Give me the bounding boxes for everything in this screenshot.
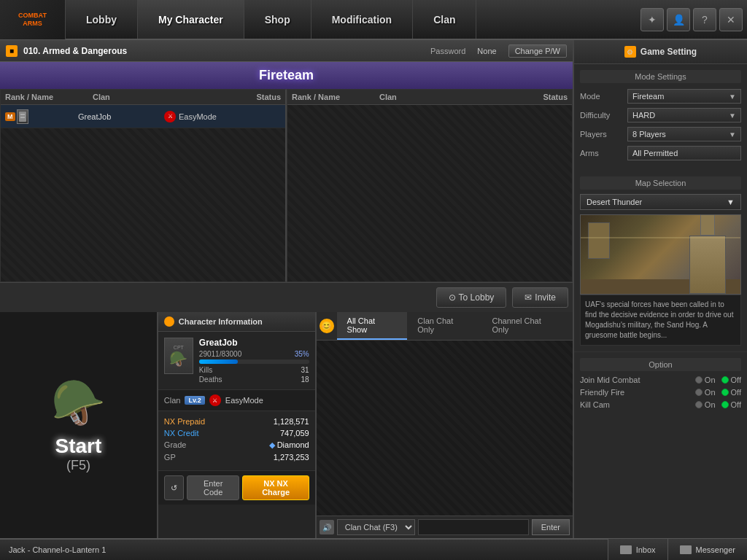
grade-label: Grade (164, 440, 187, 450)
char-stats: GreatJob 29011/83000 35% (199, 338, 309, 384)
char-rank: CPT (174, 345, 184, 350)
help-icon[interactable]: ? (693, 8, 716, 31)
xp-fill (199, 359, 238, 364)
join-mid-combat-row: Join Mid Combat On Off (580, 376, 741, 384)
team2-clan-col: Clan (379, 93, 524, 101)
join-mid-off-dot (721, 376, 729, 384)
messenger-button[interactable]: Messenger (667, 539, 747, 560)
teams-container: Rank / Name Clan Status M (0, 89, 573, 282)
friendly-fire-label: Friendly Fire (580, 388, 695, 397)
chat-enter-button[interactable]: Enter (532, 519, 570, 535)
deaths-label: Deaths (199, 376, 222, 384)
inbox-icon (620, 545, 632, 554)
kill-cam-row: Kill Cam On Off (580, 400, 741, 409)
chat-channel-select[interactable]: Clan Chat (F3) (337, 519, 415, 535)
top-navigation: COMBAT ARMS Lobby My Character Shop Modi… (0, 0, 747, 40)
refresh-button[interactable]: ↺ (164, 475, 184, 500)
speaker-icon[interactable]: 🔊 (320, 520, 334, 534)
option-section: Option Join Mid Combat On Off Friendly F… (574, 351, 747, 419)
grade-row: Grade ◆Diamond (164, 440, 309, 450)
rank-badge (17, 109, 28, 124)
grade-val: ◆Diamond (269, 440, 309, 450)
to-lobby-button[interactable]: ⊙ To Lobby (436, 287, 507, 308)
kill-cam-off[interactable]: Off (721, 400, 741, 409)
svg-rect-2 (20, 117, 25, 118)
tab-clan-chat[interactable]: Clan Chat Only (407, 312, 481, 340)
join-mid-on-dot (695, 376, 703, 384)
inbox-button[interactable]: Inbox (608, 539, 667, 560)
friendly-fire-on[interactable]: On (695, 388, 716, 397)
friendly-fire-radio: On Off (695, 388, 741, 397)
bottom-action-buttons: ↺ Enter Code NX NX Charge (158, 470, 315, 505)
gp-val: 1,273,253 (274, 453, 309, 462)
nav-modification[interactable]: Modification (311, 0, 413, 39)
chat-input[interactable] (418, 519, 529, 535)
char-avatar: CPT 🪖 (164, 338, 193, 374)
player-name: GreatJob (78, 112, 164, 121)
mode-select[interactable]: Fireteam ▼ (627, 89, 741, 104)
player-row: M GreatJob ⚔ (1, 105, 285, 128)
close-icon[interactable]: ✕ (719, 8, 743, 31)
difficulty-arrow-icon: ▼ (729, 112, 736, 120)
room-icon: ■ (6, 45, 18, 57)
nav-lobby[interactable]: Lobby (66, 0, 138, 39)
difficulty-select[interactable]: HARD ▼ (627, 108, 741, 122)
nav-clan[interactable]: Clan (413, 0, 476, 39)
nav-items: Lobby My Character Shop Modification Cla… (66, 0, 640, 39)
char-details: CPT 🪖 GreatJob 29011/83000 35% (158, 332, 315, 389)
nx-prepaid-label: NX Prepaid (164, 417, 205, 426)
tab-all-chat[interactable]: All Chat Show (337, 312, 408, 340)
nav-shop[interactable]: Shop (244, 0, 311, 39)
soldier-icon: 🪖 (51, 377, 106, 429)
char-info-title: Character Information (179, 317, 263, 326)
tab-channel-chat[interactable]: Channel Chat Only (482, 312, 570, 340)
option-label: Option (580, 358, 741, 371)
team1-body (1, 128, 285, 281)
settings-icon[interactable]: ✦ (640, 8, 664, 31)
players-select[interactable]: 8 Players ▼ (627, 127, 741, 141)
map-selection-section: Map Selection Desert Thunder ▼ UAF's spe… (574, 171, 747, 351)
rank-icon (18, 110, 28, 123)
kill-cam-on[interactable]: On (695, 400, 716, 409)
map-preview (580, 214, 741, 295)
nx-charge-button[interactable]: NX NX Charge (242, 475, 309, 500)
game-setting-title: Game Setting (640, 47, 697, 57)
join-mid-on[interactable]: On (695, 376, 716, 384)
room-header: ■ 010. Armed & Dangerous Password None C… (0, 40, 573, 62)
kills-val: 31 (301, 366, 309, 374)
arms-label: Arms (580, 149, 627, 158)
gp-label: GP (164, 453, 176, 462)
character-info-panel: Character Information CPT 🪖 GreatJob 290… (158, 312, 317, 538)
map-dropdown[interactable]: Desert Thunder ▼ (580, 194, 741, 210)
profile-icon[interactable]: 👤 (667, 8, 690, 31)
arms-select[interactable]: All Permitted (627, 146, 741, 160)
kill-cam-radio: On Off (695, 400, 741, 409)
chat-emoji-icon: 😊 (320, 319, 334, 333)
clan-name: EasyMode (179, 112, 217, 121)
map-building (689, 236, 726, 294)
right-panel: ⚙ Game Setting Mode Settings Mode Firete… (573, 40, 747, 538)
clan-level-badge: Lv.2 (185, 396, 204, 405)
diamond-icon: ◆ (269, 440, 275, 449)
clan-label: Clan (164, 396, 181, 405)
start-panel[interactable]: 🪖 Start (F5) (0, 312, 158, 538)
change-pw-button[interactable]: Change P/W (508, 44, 567, 58)
join-mid-off[interactable]: Off (721, 376, 741, 384)
fireteam-title: Fireteam (0, 62, 573, 89)
friendly-fire-off-dot (721, 389, 729, 396)
enter-code-button[interactable]: Enter Code (187, 475, 240, 500)
bottom-left: 🪖 Start (F5) Character Information CPT 🪖… (0, 312, 573, 538)
nx-credit-row: NX Credit 747,059 (164, 429, 309, 438)
chat-body (317, 341, 573, 516)
logo: COMBAT ARMS (0, 0, 66, 39)
mode-settings-label: Mode Settings (580, 70, 741, 83)
map-structure-left (588, 222, 610, 259)
xp-text: 29011/83000 (199, 350, 241, 358)
join-mid-combat-label: Join Mid Combat (580, 376, 695, 384)
invite-button[interactable]: ✉ Invite (512, 287, 568, 308)
team2-status-col: Status (524, 93, 568, 101)
team1-status-col: Status (237, 93, 281, 101)
friendly-fire-off[interactable]: Off (721, 388, 741, 397)
clan-icon-small: ⚔ (209, 394, 221, 406)
nav-my-character[interactable]: My Character (138, 0, 244, 39)
